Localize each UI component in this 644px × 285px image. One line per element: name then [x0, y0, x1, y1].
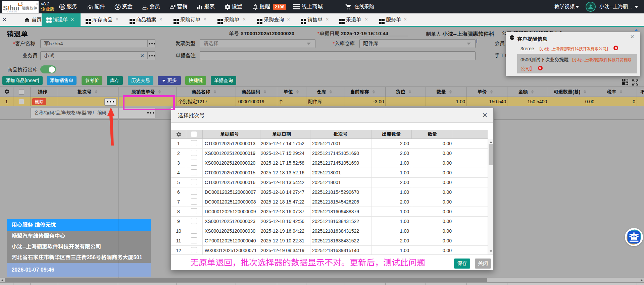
svg-text:驷惠软件: 驷惠软件	[22, 6, 37, 10]
svg-text:®: ®	[36, 3, 38, 5]
svg-text:特: 特	[60, 5, 64, 9]
svg-text:查: 查	[629, 232, 639, 243]
svg-text:¥: ¥	[116, 5, 119, 9]
svg-text:software: software	[7, 11, 17, 13]
